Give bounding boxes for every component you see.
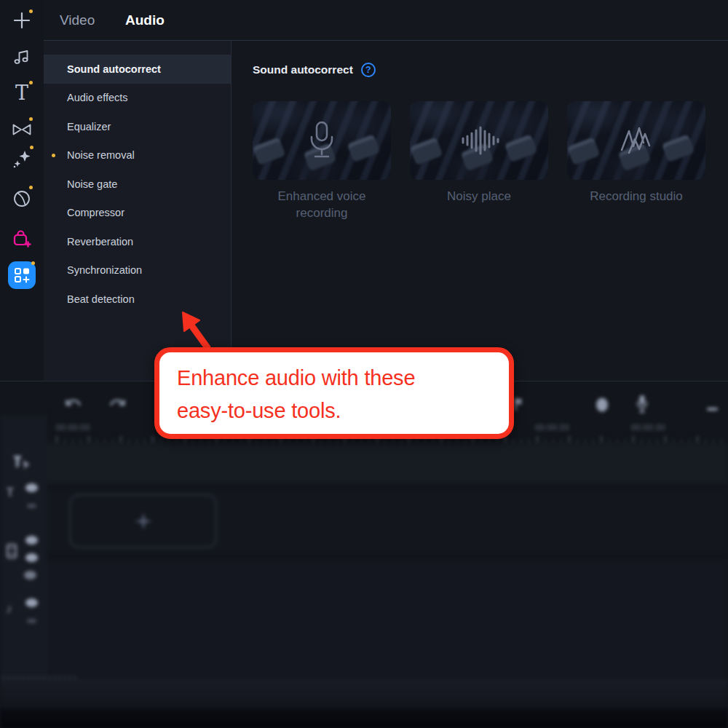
import-media-button[interactable] bbox=[0, 4, 44, 36]
tab-video[interactable]: Video bbox=[60, 0, 95, 41]
preset-thumbnail bbox=[567, 101, 705, 180]
menu-item-label: Compressor bbox=[67, 207, 124, 218]
zoom-out-button[interactable] bbox=[706, 401, 719, 414]
collection-tabbar: Video Audio bbox=[44, 0, 728, 41]
undo-icon bbox=[64, 396, 83, 412]
store-bag-icon bbox=[12, 229, 32, 249]
music-tool-button[interactable] bbox=[0, 41, 44, 73]
undo-button[interactable] bbox=[64, 396, 83, 415]
plus-icon bbox=[12, 11, 31, 30]
menu-item-label: Equalizer bbox=[67, 121, 111, 132]
minus-icon bbox=[706, 407, 719, 411]
store-button[interactable] bbox=[0, 223, 44, 255]
ruler-timestamp: 00:00:30 bbox=[631, 423, 665, 432]
track-header-column: T ♪ bbox=[0, 415, 47, 679]
audio-track-row[interactable] bbox=[47, 559, 728, 679]
new-badge-dot bbox=[31, 261, 35, 265]
menu-item-audio-effects[interactable]: Audio effects bbox=[44, 84, 231, 113]
titles-icon: T bbox=[15, 83, 28, 103]
transitions-icon bbox=[12, 122, 32, 138]
audio-track-icon: ♪ bbox=[6, 601, 12, 617]
new-badge-dot bbox=[52, 154, 55, 157]
video-track-mute-toggle[interactable] bbox=[25, 553, 38, 562]
menu-item-label: Audio effects bbox=[67, 92, 128, 103]
editor-top-panel: T bbox=[0, 0, 728, 381]
flag-icon bbox=[514, 397, 524, 411]
record-circle-icon bbox=[595, 397, 609, 413]
titles-tool-button[interactable]: T bbox=[0, 76, 44, 108]
title-track-lock-toggle[interactable] bbox=[27, 504, 36, 508]
title-track-icon: T bbox=[7, 486, 14, 499]
window-bottom-edge bbox=[0, 708, 728, 728]
title-track-row[interactable] bbox=[47, 443, 728, 483]
menu-item-noise-gate[interactable]: Noise gate bbox=[44, 170, 231, 199]
title-track-visibility-toggle[interactable] bbox=[25, 483, 38, 492]
preset-label: Recording studio bbox=[567, 188, 705, 205]
add-sparkle-icon bbox=[134, 512, 153, 531]
preset-label: Enhanced voice recording bbox=[253, 188, 391, 221]
menu-item-label: Beat detection bbox=[67, 293, 135, 305]
pane-title: Sound autocorrect bbox=[253, 63, 353, 76]
menu-item-label: Reverberation bbox=[67, 236, 133, 248]
audio-track-mute-toggle[interactable] bbox=[25, 598, 38, 607]
effects-sparkle-icon bbox=[12, 149, 32, 169]
preset-noisy-place[interactable]: Noisy place bbox=[410, 101, 548, 221]
preset-thumbnail bbox=[253, 101, 391, 180]
waveform-icon bbox=[410, 101, 548, 180]
timeline-footer-strip bbox=[0, 679, 728, 708]
new-badge-dot bbox=[29, 81, 33, 84]
menu-item-label: Noise removal bbox=[67, 149, 135, 161]
menu-item-sound-autocorrect[interactable]: Sound autocorrect bbox=[44, 55, 231, 84]
menu-item-label: Noise gate bbox=[67, 178, 117, 190]
tab-audio[interactable]: Audio bbox=[125, 0, 165, 41]
ruler-timestamp: 00:00:00 bbox=[56, 423, 90, 432]
marker-button[interactable] bbox=[514, 397, 524, 414]
more-tools-button[interactable] bbox=[0, 183, 44, 215]
menu-item-compressor[interactable]: Compressor bbox=[44, 199, 231, 228]
track-filter-icon[interactable] bbox=[12, 453, 33, 470]
menu-item-reverberation[interactable]: Reverberation bbox=[44, 227, 231, 256]
menu-item-synchronization[interactable]: Synchronization bbox=[44, 256, 231, 285]
menu-item-label: Sound autocorrect bbox=[67, 63, 161, 75]
redo-icon bbox=[108, 396, 127, 412]
video-track-icon bbox=[6, 543, 17, 559]
wave-lines-icon bbox=[567, 101, 705, 180]
preset-thumbnail bbox=[410, 101, 548, 180]
preset-label: Noisy place bbox=[410, 188, 548, 205]
tooltip-text-line: easy-to-use tools. bbox=[177, 395, 502, 427]
tutorial-tooltip: Enhance audio with these easy-to-use too… bbox=[154, 347, 514, 439]
preset-enhanced-voice-recording[interactable]: Enhanced voice recording bbox=[253, 101, 391, 221]
more-tools-icon bbox=[12, 189, 31, 208]
effects-tool-button[interactable] bbox=[0, 143, 44, 175]
tooltip-text-line: Enhance audio with these bbox=[177, 362, 502, 395]
menu-item-noise-removal[interactable]: Noise removal bbox=[44, 141, 231, 170]
music-note-icon bbox=[12, 47, 31, 66]
record-button[interactable] bbox=[595, 397, 609, 416]
ruler-timestamp: 00:00:20 bbox=[535, 423, 569, 432]
preset-recording-studio[interactable]: Recording studio bbox=[567, 101, 705, 221]
media-dropzone[interactable] bbox=[69, 494, 217, 548]
effect-packages-button[interactable] bbox=[0, 259, 44, 291]
new-badge-dot bbox=[29, 9, 33, 13]
packages-grid-icon bbox=[8, 261, 36, 289]
menu-item-label: Synchronization bbox=[67, 264, 142, 276]
transitions-tool-button[interactable] bbox=[0, 114, 44, 146]
preset-cards: Enhanced voice recording Noisy place bbox=[253, 101, 705, 221]
sidebar-rail: T bbox=[0, 0, 44, 381]
video-track-lock-toggle[interactable] bbox=[24, 571, 36, 579]
microphone-icon bbox=[636, 395, 648, 414]
new-badge-dot bbox=[30, 146, 33, 149]
microphone-icon bbox=[253, 101, 391, 180]
help-question-icon[interactable]: ? bbox=[361, 63, 376, 77]
new-badge-dot bbox=[29, 186, 33, 189]
redo-button[interactable] bbox=[108, 396, 127, 415]
video-track-row[interactable] bbox=[47, 489, 728, 553]
voiceover-button[interactable] bbox=[636, 395, 648, 416]
new-badge-dot bbox=[29, 117, 33, 121]
menu-item-equalizer[interactable]: Equalizer bbox=[44, 112, 231, 141]
video-track-visibility-toggle[interactable] bbox=[25, 536, 38, 545]
sound-autocorrect-pane: Sound autocorrect ? Enhanced voice recor… bbox=[232, 41, 728, 381]
audio-track-lock-toggle[interactable] bbox=[27, 619, 36, 623]
